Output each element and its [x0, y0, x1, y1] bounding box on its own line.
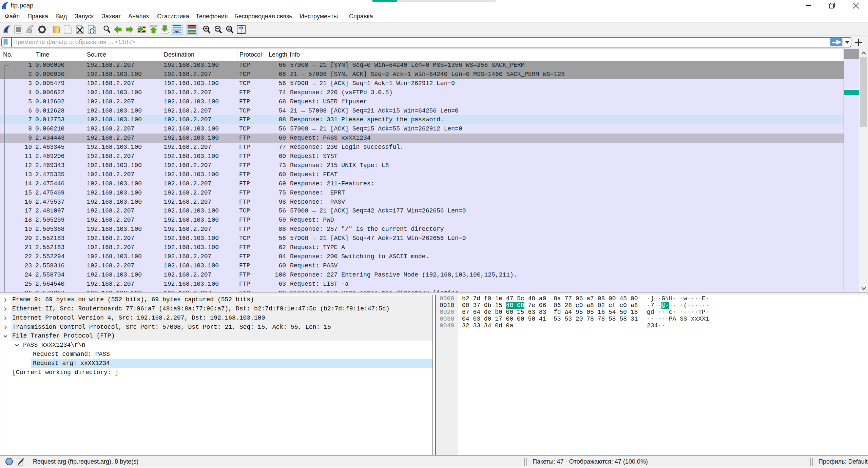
svg-text:0111: 0111: [65, 32, 70, 34]
